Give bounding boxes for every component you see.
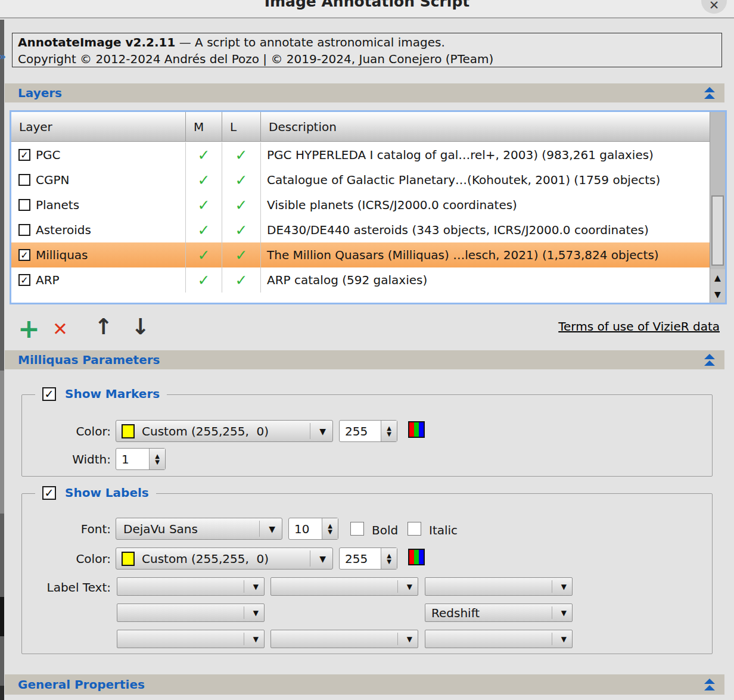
- green-stripe: [414, 422, 419, 437]
- column-header-layer[interactable]: Layer: [11, 112, 186, 141]
- add-layer-button[interactable]: +: [18, 313, 40, 344]
- font-size-spinner[interactable]: 10 ▲▼: [288, 518, 338, 540]
- font-label: Font:: [22, 522, 111, 536]
- chevron-down-icon: ▼: [561, 583, 567, 591]
- column-header-description[interactable]: Description: [261, 112, 710, 141]
- label-text-label: Label Text:: [22, 580, 111, 595]
- show-labels-checkbox[interactable]: ✓: [42, 486, 56, 500]
- label-text-field-7[interactable]: ▼: [270, 630, 418, 648]
- font-select[interactable]: DejaVu Sans ▼: [116, 518, 282, 540]
- label-text-field-8[interactable]: ▼: [425, 630, 573, 648]
- layer-checkbox[interactable]: ✓: [18, 149, 30, 161]
- collapse-icon[interactable]: [704, 86, 715, 99]
- layer-checkbox[interactable]: [18, 199, 30, 211]
- marker-color-select[interactable]: Custom (255,255, 0) ▼: [116, 420, 333, 442]
- marker-alpha-value: 255: [345, 424, 368, 438]
- marker-check-icon: ✓: [198, 272, 210, 289]
- layer-description: PGC HYPERLEDA I catalog of gal…rel+, 200…: [261, 142, 710, 167]
- column-header-m[interactable]: M: [186, 112, 222, 141]
- spinner-buttons[interactable]: ▲▼: [381, 548, 397, 569]
- table-row[interactable]: ✓PGC ✓ ✓ PGC HYPERLEDA I catalog of gal……: [11, 142, 710, 167]
- chevron-down-icon: ▼: [253, 635, 259, 643]
- vizier-terms-link[interactable]: Terms of use of VizieR data: [558, 319, 720, 334]
- red-stripe: [409, 422, 414, 437]
- scrollbar-thumb[interactable]: [711, 195, 724, 266]
- section-header-general-properties[interactable]: General Properties: [5, 674, 724, 695]
- layer-name: ARP: [36, 273, 60, 287]
- table-row[interactable]: CGPN ✓ ✓ Catalogue of Galactic Planetary…: [11, 167, 710, 192]
- marker-check-icon: ✓: [198, 222, 210, 239]
- table-row[interactable]: ✓ARP ✓ ✓ ARP catalog (592 galaxies): [11, 267, 710, 293]
- label-text-field-4[interactable]: ▼: [117, 603, 265, 622]
- color-swatch: [122, 424, 135, 438]
- label-text-field-2[interactable]: ▼: [270, 577, 418, 596]
- section-title: Milliquas Parameters: [18, 353, 160, 367]
- rgb-picker-icon[interactable]: [408, 421, 425, 438]
- section-header-layers[interactable]: Layers: [5, 83, 724, 102]
- layer-checkbox[interactable]: ✓: [18, 274, 30, 286]
- label-text-field-3[interactable]: ▼: [425, 577, 573, 596]
- collapse-icon[interactable]: [704, 353, 715, 366]
- layer-checkbox[interactable]: [18, 224, 30, 236]
- annotate-image-dialog: Image Annotation Script ✕ » AnnotateImag…: [0, 0, 734, 700]
- section-header-milliquas-parameters[interactable]: Milliquas Parameters: [5, 350, 724, 369]
- show-markers-checkbox[interactable]: ✓: [42, 387, 56, 401]
- layer-checkbox[interactable]: [18, 174, 30, 186]
- copyright-line: Copyright © 2012-2024 Andrés del Pozo | …: [18, 51, 721, 67]
- label-text-field-6[interactable]: ▼: [117, 630, 265, 648]
- marker-check-icon: ✓: [198, 147, 210, 164]
- label-color-label: Color:: [22, 552, 111, 566]
- about-box: AnnotateImage v2.2.11 — A script to anno…: [12, 33, 722, 67]
- marker-alpha-spinner[interactable]: 255 ▲▼: [339, 420, 397, 442]
- spinner-buttons[interactable]: ▲▼: [149, 449, 165, 469]
- layer-name: CGPN: [36, 173, 69, 187]
- label-alpha-spinner[interactable]: 255 ▲▼: [339, 547, 397, 570]
- workspace-edge: »: [0, 20, 4, 700]
- move-layer-up-button[interactable]: ↑: [94, 314, 113, 340]
- label-text-field-1[interactable]: ▼: [117, 577, 265, 596]
- chevron-down-icon: ▼: [407, 635, 412, 643]
- marker-check-icon: ✓: [198, 172, 210, 189]
- layer-description: DE430/DE440 asteroids (343 objects, ICRS…: [261, 217, 710, 242]
- marker-color-value: Custom (255,255, 0): [142, 424, 269, 438]
- table-row[interactable]: Asteroids ✓ ✓ DE430/DE440 asteroids (343…: [11, 217, 710, 242]
- marker-width-spinner[interactable]: 1 ▲▼: [116, 448, 166, 470]
- arrow-up-icon: ▲: [714, 273, 721, 282]
- script-version: AnnotateImage v2.2.11: [18, 35, 175, 49]
- show-labels-label: Show Labels: [65, 486, 149, 500]
- spin-down-icon: ▼: [155, 459, 160, 465]
- layers-table: Layer M L Description ✓PGC ✓ ✓ PGC HYPER…: [10, 110, 727, 304]
- green-stripe: [414, 550, 419, 564]
- show-labels-group: ✓ Show Labels Font: DejaVu Sans ▼ 10 ▲▼ …: [21, 493, 713, 654]
- label-check-icon: ✓: [235, 197, 248, 214]
- layer-description: Visible planets (ICRS/J2000.0 coordinate…: [261, 192, 710, 217]
- scroll-down-button[interactable]: ▼: [710, 286, 725, 303]
- spinner-buttons[interactable]: ▲▼: [322, 518, 338, 539]
- panel-expand-icon[interactable]: »: [0, 51, 6, 63]
- italic-checkbox[interactable]: [408, 522, 421, 536]
- font-value: DejaVu Sans: [123, 522, 198, 536]
- table-row[interactable]: Planets ✓ ✓ Visible planets (ICRS/J2000.…: [11, 192, 710, 217]
- remove-layer-button[interactable]: ✕: [52, 318, 68, 340]
- label-check-icon: ✓: [235, 222, 248, 239]
- collapse-icon[interactable]: [704, 678, 715, 691]
- spin-up-icon: ▲: [387, 425, 391, 431]
- chevron-down-icon: ▼: [319, 554, 326, 564]
- layer-description: ARP catalog (592 galaxies): [261, 267, 710, 293]
- spin-down-icon: ▼: [328, 529, 332, 535]
- spinner-buttons[interactable]: ▲▼: [381, 421, 397, 441]
- label-alpha-value: 255: [345, 552, 368, 566]
- label-color-select[interactable]: Custom (255,255, 0) ▼: [116, 547, 333, 570]
- label-text-field-5[interactable]: Redshift▼: [425, 603, 573, 622]
- column-header-l[interactable]: L: [222, 112, 261, 141]
- table-scrollbar[interactable]: ▲ ▼: [710, 112, 725, 303]
- bold-checkbox[interactable]: [350, 522, 364, 536]
- layer-checkbox[interactable]: ✓: [18, 249, 30, 261]
- table-row[interactable]: ✓Milliquas ✓ ✓ The Million Quasars (Mill…: [11, 242, 710, 267]
- red-stripe: [409, 550, 414, 564]
- section-title: Layers: [18, 86, 62, 100]
- rgb-picker-icon[interactable]: [408, 549, 425, 565]
- move-layer-down-button[interactable]: ↓: [131, 314, 150, 340]
- marker-width-value: 1: [122, 452, 129, 466]
- scroll-up-button[interactable]: ▲: [710, 269, 725, 286]
